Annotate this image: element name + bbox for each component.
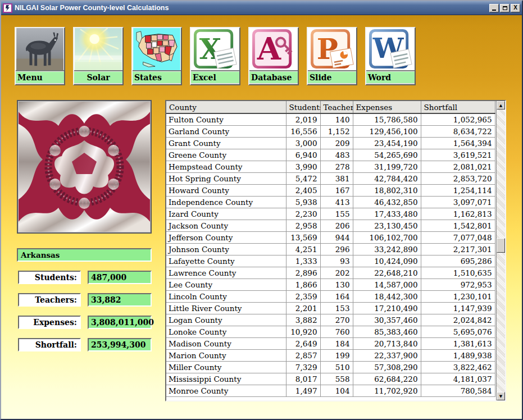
table-cell: Greene County bbox=[166, 149, 286, 161]
table-cell: Logan County bbox=[166, 314, 286, 326]
table-row[interactable]: Howard County2,40516718,802,3101,254,114 bbox=[166, 184, 495, 196]
table-row[interactable]: Lonoke County10,92076085,383,4605,695,07… bbox=[166, 326, 495, 337]
table-cell: 6,940 bbox=[286, 149, 320, 161]
table-cell: 202 bbox=[320, 267, 353, 279]
sun-icon bbox=[74, 28, 122, 71]
table-cell: 1,333 bbox=[286, 255, 320, 267]
solar-button[interactable]: Solar bbox=[73, 27, 124, 85]
table-cell: Johnson County bbox=[166, 243, 286, 255]
table-cell: 5,938 bbox=[286, 196, 320, 208]
table-row[interactable]: Greene County6,94048354,265,6903,619,521 bbox=[166, 149, 495, 161]
excel-button[interactable]: X Excel bbox=[190, 27, 240, 85]
menu-button-label: Menu bbox=[16, 71, 64, 83]
county-table: County Students Teachers Expenses Shortf… bbox=[165, 100, 506, 401]
table-row[interactable]: Miller County7,32951057,308,2903,822,462 bbox=[166, 361, 495, 373]
table-cell: 944 bbox=[320, 231, 353, 243]
table-row[interactable]: Lawrence County2,89620222,648,2101,510,6… bbox=[166, 267, 495, 279]
table-cell: 278 bbox=[320, 161, 353, 172]
scrollbar-thumb[interactable] bbox=[497, 238, 505, 253]
excel-button-label: Excel bbox=[191, 71, 239, 83]
table-cell: Miller County bbox=[166, 361, 286, 373]
table-cell: Lafayette County bbox=[166, 255, 286, 267]
teachers-value[interactable]: 33,882 bbox=[88, 293, 152, 307]
table-row[interactable]: Garland County16,5561,152129,456,1008,63… bbox=[166, 125, 495, 137]
fractal-image bbox=[17, 100, 152, 234]
table-cell: 167 bbox=[320, 184, 353, 196]
table-cell: 2,359 bbox=[286, 290, 320, 302]
table-cell: 2,019 bbox=[286, 113, 320, 125]
table-cell: 483 bbox=[320, 149, 353, 161]
menu-button[interactable]: Menu bbox=[15, 27, 65, 85]
table-cell: 206 bbox=[320, 220, 353, 231]
table-cell: 14,587,000 bbox=[353, 279, 421, 290]
table-cell: 296 bbox=[320, 243, 353, 255]
table-cell: 23,130,450 bbox=[353, 220, 421, 231]
column-header-shortfall[interactable]: Shortfall bbox=[421, 101, 495, 113]
column-header-teachers[interactable]: Teachers bbox=[320, 101, 353, 113]
table-row[interactable]: Mississippi County8,01755862,684,2204,18… bbox=[166, 373, 495, 385]
table-row[interactable]: Monroe County1,49710411,702,920780,584 bbox=[166, 385, 495, 396]
table-cell: 57,308,290 bbox=[353, 361, 421, 373]
table-cell: 54,265,690 bbox=[353, 149, 421, 161]
excel-icon: X bbox=[191, 28, 239, 71]
scroll-down-button[interactable]: ▼ bbox=[497, 392, 505, 400]
database-button[interactable]: A Database bbox=[248, 27, 299, 85]
table-cell: 3,097,071 bbox=[421, 196, 495, 208]
table-row[interactable]: Jefferson County13,569944106,102,7007,07… bbox=[166, 231, 495, 243]
expenses-value[interactable]: 3,808,011,000 bbox=[88, 316, 152, 329]
table-cell: Mississippi County bbox=[166, 373, 286, 385]
table-row[interactable]: Johnson County4,25129633,242,8902,217,30… bbox=[166, 243, 495, 255]
maximize-button[interactable] bbox=[500, 4, 510, 12]
table-row[interactable]: Jackson County2,95820623,130,4501,542,80… bbox=[166, 220, 495, 231]
table-cell: 18,442,300 bbox=[353, 290, 421, 302]
table-row[interactable]: Lee County1,86613014,587,000972,953 bbox=[166, 279, 495, 290]
table-cell: 18,802,310 bbox=[353, 184, 421, 196]
table-cell: 3,000 bbox=[286, 137, 320, 149]
states-button[interactable]: States bbox=[131, 27, 182, 85]
table-cell: Madison County bbox=[166, 337, 286, 349]
table-cell: 2,201 bbox=[286, 302, 320, 314]
table-row[interactable]: Hot Spring County5,47238142,784,4202,853… bbox=[166, 172, 495, 184]
table-cell: 1,254,114 bbox=[421, 184, 495, 196]
table-cell: 8,634,722 bbox=[421, 125, 495, 137]
table-cell: 1,152 bbox=[320, 125, 353, 137]
table-row[interactable]: Little River County2,20115317,210,4901,1… bbox=[166, 302, 495, 314]
table-cell: 3,990 bbox=[286, 161, 320, 172]
word-button[interactable]: W Word bbox=[365, 27, 416, 85]
table-cell: Lonoke County bbox=[166, 326, 286, 337]
table-cell: 972,953 bbox=[421, 279, 495, 290]
table-cell: 2,230 bbox=[286, 208, 320, 220]
table-row[interactable]: Izard County2,23015517,433,4801,162,813 bbox=[166, 208, 495, 220]
table-cell: 1,489,938 bbox=[421, 349, 495, 361]
table-row[interactable]: Logan County3,88227030,357,4602,024,842 bbox=[166, 314, 495, 326]
shortfall-value[interactable]: 253,994,300 bbox=[88, 338, 152, 351]
table-cell: 1,162,813 bbox=[421, 208, 495, 220]
table-cell: 104 bbox=[320, 385, 353, 396]
table-row[interactable]: Independence County5,93841346,432,8503,0… bbox=[166, 196, 495, 208]
county-table-body: County Students Teachers Expenses Shortf… bbox=[166, 101, 496, 400]
table-row[interactable]: Lafayette County1,3339310,424,090695,286 bbox=[166, 255, 495, 267]
table-row[interactable]: Fulton County2,01914015,786,5801,052,965 bbox=[166, 113, 495, 125]
solar-button-label: Solar bbox=[74, 71, 122, 83]
table-cell: 1,230,101 bbox=[421, 290, 495, 302]
table-cell: 85,383,460 bbox=[353, 326, 421, 337]
table-row[interactable]: Grant County3,00020923,454,1901,564,394 bbox=[166, 137, 495, 149]
table-cell: 20,713,840 bbox=[353, 337, 421, 349]
table-row[interactable]: Madison County2,64918420,713,8401,381,61… bbox=[166, 337, 495, 349]
app-icon[interactable] bbox=[3, 3, 12, 13]
scroll-up-button[interactable]: ▲ bbox=[497, 101, 505, 109]
nilgai-photo-icon bbox=[16, 28, 64, 71]
table-cell: Howard County bbox=[166, 184, 286, 196]
slide-button[interactable]: P Slide bbox=[307, 27, 357, 85]
column-header-county[interactable]: County bbox=[166, 101, 286, 113]
table-row[interactable]: Hempstead County3,99027831,199,7202,081,… bbox=[166, 161, 495, 172]
table-row[interactable]: Marion County2,85719922,337,9001,489,938 bbox=[166, 349, 495, 361]
vertical-scrollbar[interactable]: ▲ ▼ bbox=[496, 101, 505, 400]
table-cell: 1,866 bbox=[286, 279, 320, 290]
close-button[interactable]: X bbox=[511, 4, 520, 12]
table-row[interactable]: Lincoln County2,35916418,442,3001,230,10… bbox=[166, 290, 495, 302]
minimize-button[interactable] bbox=[489, 4, 499, 12]
column-header-expenses[interactable]: Expenses bbox=[353, 101, 421, 113]
students-value[interactable]: 487,000 bbox=[88, 271, 152, 284]
column-header-students[interactable]: Students bbox=[286, 101, 320, 113]
